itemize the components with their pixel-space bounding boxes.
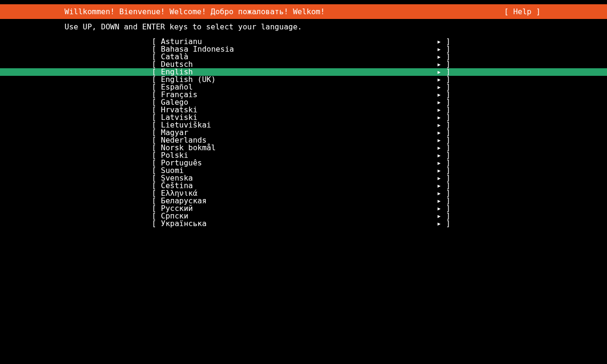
language-option[interactable]: [ Español▸ ] bbox=[0, 83, 607, 91]
language-option[interactable]: [ Српски▸ ] bbox=[0, 212, 607, 220]
language-option[interactable]: [ Svenska▸ ] bbox=[0, 174, 607, 182]
language-option[interactable]: [ Ελληνικά▸ ] bbox=[0, 190, 607, 197]
language-option[interactable]: [ Lietuviškai▸ ] bbox=[0, 121, 607, 129]
language-option[interactable]: [ Nederlands▸ ] bbox=[0, 136, 607, 144]
language-list: [ Asturianu▸ ][ Bahasa Indonesia▸ ][ Cat… bbox=[0, 31, 607, 228]
language-label: Українська bbox=[161, 220, 206, 228]
bracket-open: [ bbox=[152, 220, 161, 228]
language-option[interactable]: [ Русский▸ ] bbox=[0, 205, 607, 212]
language-option[interactable]: [ Magyar▸ ] bbox=[0, 129, 607, 136]
language-option[interactable]: [ Norsk bokmål▸ ] bbox=[0, 144, 607, 152]
help-button[interactable]: [ Help ] bbox=[504, 8, 607, 16]
header-bar: Willkommen! Bienvenue! Welcome! Добро по… bbox=[0, 4, 607, 19]
language-option[interactable]: [ Deutsch▸ ] bbox=[0, 61, 607, 68]
language-option[interactable]: [ Українська▸ ] bbox=[0, 220, 607, 228]
bracket-close: ] bbox=[441, 220, 451, 228]
language-option[interactable]: [ Català▸ ] bbox=[0, 53, 607, 61]
language-option[interactable]: [ Galego▸ ] bbox=[0, 99, 607, 106]
language-option[interactable]: [ Français▸ ] bbox=[0, 91, 607, 99]
language-option[interactable]: [ Hrvatski▸ ] bbox=[0, 106, 607, 114]
language-option[interactable]: [ Asturianu▸ ] bbox=[0, 38, 607, 46]
language-option[interactable]: [ English (UK)▸ ] bbox=[0, 76, 607, 83]
language-option[interactable]: [ Suomi▸ ] bbox=[0, 167, 607, 174]
triangle-right-icon: ▸ bbox=[437, 220, 441, 228]
language-option[interactable]: [ Bahasa Indonesia▸ ] bbox=[0, 46, 607, 53]
language-option[interactable]: [ Беларуская▸ ] bbox=[0, 197, 607, 205]
header-title: Willkommen! Bienvenue! Welcome! Добро по… bbox=[0, 8, 325, 16]
language-option[interactable]: [ Português▸ ] bbox=[0, 159, 607, 167]
language-option[interactable]: [ Latviski▸ ] bbox=[0, 114, 607, 121]
instruction-text: Use UP, DOWN and ENTER keys to select yo… bbox=[0, 19, 607, 31]
language-option[interactable]: [ Čeština▸ ] bbox=[0, 182, 607, 190]
language-option[interactable]: [ English▸ ] bbox=[0, 68, 607, 76]
language-option[interactable]: [ Polski▸ ] bbox=[0, 152, 607, 159]
